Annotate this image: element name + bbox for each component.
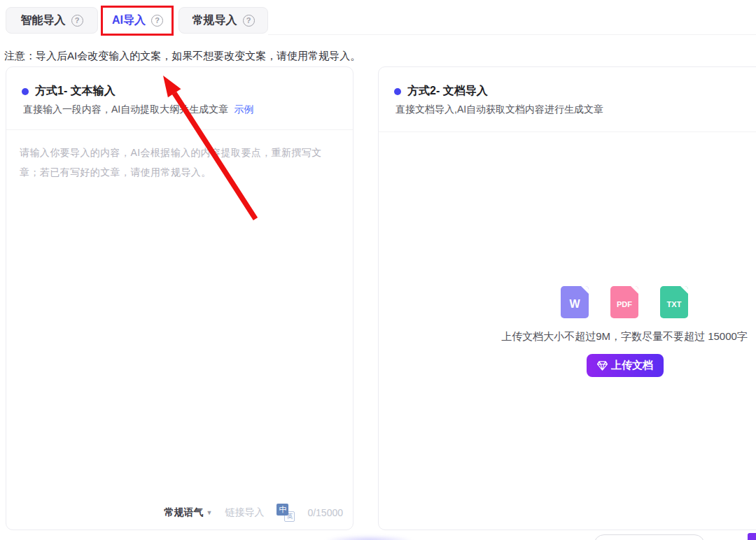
upload-document-label: 上传文档: [611, 359, 653, 372]
tab-regular-import-label: 常规导入: [192, 13, 237, 28]
tone-selector[interactable]: 常规语气 ▼: [164, 506, 212, 519]
method1-header: 方式1- 文本输入 直接输入一段内容，AI自动提取大纲并生成文章示例: [6, 67, 353, 130]
word-file-icon: W: [561, 286, 589, 318]
method2-subtitle: 直接文档导入,AI自动获取文档内容进行生成文章: [379, 99, 756, 116]
chevron-down-icon: ▼: [206, 509, 212, 516]
method1-title: 方式1- 文本输入: [35, 84, 115, 99]
method2-doc-import-panel: 方式2- 文档导入 直接文档导入,AI自动获取文档内容进行生成文章 W PDF …: [378, 66, 756, 530]
help-icon[interactable]: ?: [243, 15, 255, 27]
txt-file-icon: TXT: [660, 286, 688, 318]
gem-icon: [597, 361, 608, 371]
translate-zh-label: 中: [276, 504, 288, 516]
tab-smart-import-label: 智能导入: [21, 13, 66, 28]
bullet-dot-icon: [22, 88, 29, 95]
help-icon[interactable]: ?: [71, 15, 83, 27]
tab-ai-import[interactable]: AI导入 ?: [105, 7, 170, 34]
upload-hint-text: 上传文档大小不超过9M，字数尽量不要超过 15000字: [379, 330, 756, 343]
method1-toolbar: 常规语气 ▼ 链接导入 中 英 0/15000: [164, 504, 343, 522]
bottom-button-glow: [323, 535, 414, 540]
help-icon[interactable]: ?: [151, 15, 163, 27]
bullet-dot-icon: [394, 88, 401, 95]
method2-title: 方式2- 文档导入: [407, 84, 488, 99]
bottom-secondary-button[interactable]: [594, 534, 705, 540]
tab-ai-import-label: AI导入: [112, 13, 146, 28]
tab-smart-import[interactable]: 智能导入 ?: [6, 7, 98, 34]
file-type-badges: W PDF TXT: [561, 286, 688, 318]
import-content-textarea[interactable]: [6, 130, 353, 431]
translate-icon[interactable]: 中 英: [276, 504, 295, 522]
link-import-button[interactable]: 链接导入: [225, 506, 264, 519]
tone-selector-label: 常规语气: [164, 506, 203, 519]
upload-document-button[interactable]: 上传文档: [587, 354, 664, 377]
method2-header: 方式2- 文档导入 直接文档导入,AI自动获取文档内容进行生成文章: [379, 67, 756, 132]
example-link[interactable]: 示例: [234, 104, 253, 115]
char-counter: 0/15000: [307, 507, 343, 518]
pdf-file-icon: PDF: [610, 286, 638, 318]
method1-text-input-panel: 方式1- 文本输入 直接输入一段内容，AI自动提取大纲并生成文章示例 常规语气 …: [6, 66, 354, 530]
method1-subtitle: 直接输入一段内容，AI自动提取大纲并生成文章示例: [6, 99, 353, 116]
tabbar-bottom-border: [268, 34, 756, 35]
notice-text: 注意：导入后AI会改变输入的文案，如果不想要改变文案，请使用常规导入。: [4, 50, 360, 63]
bottom-corner-button[interactable]: [748, 533, 756, 540]
tab-regular-import[interactable]: 常规导入 ?: [178, 7, 268, 34]
